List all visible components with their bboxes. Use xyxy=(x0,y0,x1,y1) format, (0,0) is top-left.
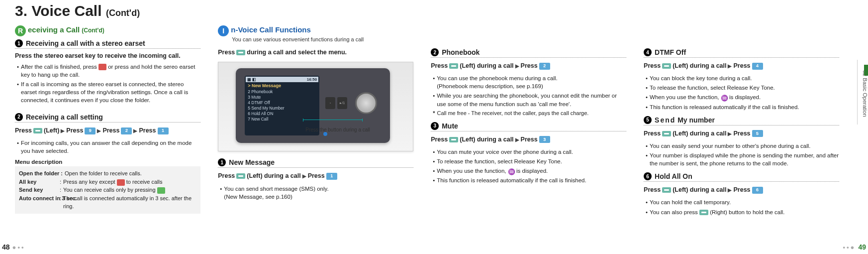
menu-val: You can receive calls only by pressing xyxy=(63,186,196,194)
title-contd: (Cont'd) xyxy=(106,8,140,18)
menu-val-pre: You can receive calls only by pressing xyxy=(63,187,155,193)
invoice-sub: You can use various eonvenient functions… xyxy=(232,36,413,42)
list-item: 4 DTMF Off xyxy=(248,100,316,106)
press-word: Press xyxy=(644,61,661,71)
bullet-dot: • xyxy=(433,92,435,108)
phone-screenshot: ▦ ◧ 16:50 > New Message 2 Phonebook 3 Mu… xyxy=(218,62,413,151)
newmsg-b1: You can send short message (SMS) only. (… xyxy=(224,185,413,201)
item1-title: Receiving a call with a stereo earset xyxy=(26,39,145,47)
mute-b3b: is displayed. xyxy=(516,168,548,174)
page-right-num: 49 xyxy=(858,243,866,251)
bullet-dot: • xyxy=(646,93,648,101)
side-tab-marker xyxy=(864,65,868,76)
hold-press: Press (Left) during a call ▶ Press 6 xyxy=(644,185,839,195)
triangle-icon: ▶ xyxy=(515,135,519,144)
pb-b2: While you are searching the phonebook, y… xyxy=(437,92,626,108)
hold-title: Hold All On xyxy=(655,172,692,180)
phone-signal-icon: ▦ ◧ xyxy=(247,77,256,82)
bullet-dot: • xyxy=(17,139,19,155)
page-title: 3. Voice Call (Cont'd) xyxy=(0,0,868,24)
bullet-dot: • xyxy=(433,167,435,175)
press-word: Press xyxy=(733,185,750,195)
mute-b3a: When you use the function, xyxy=(437,168,506,174)
soft-key-icon xyxy=(236,50,245,55)
soft-key-icon xyxy=(662,63,671,69)
press-left: (Left) during a call xyxy=(460,134,513,145)
dtmf-b4: This function is released automatically … xyxy=(650,103,839,111)
page-number-left: 48 ●•• xyxy=(2,243,25,251)
press-left: (Left) during a call xyxy=(673,61,726,71)
mute-b3: When you use the function, ♒ is displaye… xyxy=(437,167,626,175)
menu-val: Press any key except to receive calls xyxy=(63,178,196,186)
menu-key: Open the folder : xyxy=(19,169,63,178)
item1-b1a: After the call is finished, press xyxy=(21,64,97,70)
pb-b1-text: You can use the phonebook menu during a … xyxy=(437,75,558,81)
menu-val-pre: Press any key except xyxy=(63,179,115,185)
soft-key-icon xyxy=(33,128,42,133)
camera-lens-icon xyxy=(355,92,377,114)
page-left-num: 48 xyxy=(2,243,10,251)
pb-title: Phonebook xyxy=(442,48,480,56)
send-title: Send My number xyxy=(655,116,715,124)
press-word: Press xyxy=(431,61,448,71)
receiving-title: eceiving a Call xyxy=(28,25,80,34)
big-letter-i: I xyxy=(218,25,229,36)
num-circle-send: 5 xyxy=(644,116,652,124)
send-b2: Your number is displayed while the phone… xyxy=(650,151,839,167)
num-circle-2: 2 xyxy=(15,113,23,121)
dtmf-title: DTMF Off xyxy=(655,48,686,56)
num-circle-mute: 3 xyxy=(431,122,439,130)
mute-b4: This function is released automatically … xyxy=(437,176,626,184)
key-1-icon: 1 xyxy=(158,127,169,134)
list-item: 3 Mute xyxy=(248,95,316,100)
invoice-title: n-Voice Call Functions xyxy=(231,25,311,34)
list-item: 6 Hold All ON xyxy=(248,111,316,117)
menu-val: Open the folder to receive calls. xyxy=(65,169,196,178)
menu-key: Auto connect in 3 sec. xyxy=(19,194,58,211)
key-9-icon: 9 xyxy=(85,127,96,134)
menu-desc-head: Menu description xyxy=(15,159,200,165)
table-row: All key : Press any key except to receiv… xyxy=(19,178,196,186)
bullet-dot: • xyxy=(433,148,435,156)
key-2-icon: 2 xyxy=(539,63,550,70)
title-main: Voice Call xyxy=(31,2,101,19)
soft-key-icon xyxy=(449,137,458,142)
press-word: Press xyxy=(733,61,750,71)
soft-key-icon xyxy=(699,210,708,215)
key-1-icon: 1 xyxy=(326,173,337,180)
newmsg-b1-text: You can send short message (SMS) only. xyxy=(224,186,328,192)
phone-button-icon: ▸/1 xyxy=(337,97,347,109)
press-left: (Left) during a call xyxy=(247,171,300,181)
soft-key-icon xyxy=(662,187,671,193)
end-key-icon xyxy=(117,179,125,186)
soft-key-icon xyxy=(236,173,245,179)
send-b1: You can easily send your number to other… xyxy=(650,142,839,150)
bullet-dot: • xyxy=(646,103,648,111)
press-word: Press xyxy=(15,126,32,136)
item2-press: Press (Left) ▶ Press 9 ▶ Press 2 ▶ Press… xyxy=(15,126,200,136)
menu-val: The call is connected automatically in 3… xyxy=(63,194,196,211)
divider xyxy=(431,131,626,131)
newmsg-press: Press (Left) during a call ▶ Press 1 xyxy=(218,171,413,181)
press-word: Press xyxy=(139,126,156,136)
key-4-icon: 4 xyxy=(752,63,763,70)
press-word: Press xyxy=(644,128,661,139)
press-word: Press xyxy=(218,47,235,58)
send-rest: My number xyxy=(677,116,715,124)
menu-val-post: to receive calls xyxy=(126,179,163,185)
divider xyxy=(15,122,200,123)
page-number-right: ••● 49 xyxy=(843,243,866,251)
screenshot-caption: Press the button during a call xyxy=(305,127,370,132)
send-press: Press (Left) during a call ▶ Press 5 xyxy=(644,128,839,139)
mute-title: Mute xyxy=(442,122,458,130)
phone-menu-selected: > New Message xyxy=(246,82,318,89)
bullet-dot: • xyxy=(646,151,648,167)
big-letter-r: R xyxy=(15,25,26,36)
antenna-icon: ♒ xyxy=(721,94,728,101)
divider xyxy=(218,167,413,168)
divider xyxy=(644,57,839,58)
triangle-icon: ▶ xyxy=(515,62,519,70)
press-word: Press xyxy=(521,134,538,145)
pb-b1: You can use the phonebook menu during a … xyxy=(437,74,626,90)
phone-menu-list: 2 Phonebook 3 Mute 4 DTMF Off 5 Send My … xyxy=(246,89,318,122)
